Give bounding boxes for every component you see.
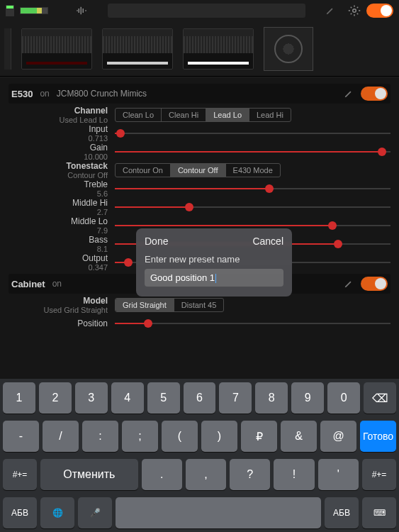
dialog-cancel[interactable]: Cancel bbox=[252, 235, 283, 247]
key[interactable]: & bbox=[281, 421, 317, 452]
amp-thumb-1[interactable] bbox=[21, 28, 92, 70]
key[interactable]: АБВ bbox=[325, 497, 359, 528]
key[interactable]: ) bbox=[201, 421, 237, 452]
key[interactable]: ₽ bbox=[241, 421, 277, 452]
pencil-icon[interactable] bbox=[325, 6, 335, 16]
key[interactable]: Отменить bbox=[40, 459, 138, 490]
preset-search[interactable] bbox=[108, 4, 305, 18]
key[interactable]: 0 bbox=[327, 382, 360, 414]
key[interactable]: 8 bbox=[255, 382, 288, 414]
key[interactable]: 🎤 bbox=[78, 497, 112, 528]
key[interactable]: . bbox=[142, 459, 182, 490]
cab-thumb[interactable] bbox=[264, 27, 313, 71]
level-meter-left bbox=[6, 5, 14, 16]
svg-point-0 bbox=[353, 9, 356, 13]
key[interactable]: 3 bbox=[75, 382, 108, 414]
key[interactable]: #+= bbox=[3, 459, 37, 490]
key[interactable]: 5 bbox=[147, 382, 180, 414]
key[interactable]: ; bbox=[122, 421, 158, 452]
dialog-prompt: Enter new preset name bbox=[145, 254, 283, 265]
key[interactable]: ⌨ bbox=[362, 497, 396, 528]
key[interactable]: 2 bbox=[39, 382, 72, 414]
key[interactable]: : bbox=[82, 421, 118, 452]
key[interactable]: 4 bbox=[111, 382, 144, 414]
key[interactable]: 🌐 bbox=[40, 497, 74, 528]
key[interactable]: / bbox=[43, 421, 79, 452]
key[interactable]: 9 bbox=[291, 382, 324, 414]
key[interactable]: Готово bbox=[360, 421, 396, 452]
key[interactable]: ' bbox=[318, 459, 359, 490]
preset-name-dialog: Done Cancel Enter new preset name Good p… bbox=[136, 228, 292, 297]
amp-thumb-3[interactable] bbox=[183, 28, 254, 70]
key[interactable]: 7 bbox=[219, 382, 252, 414]
key[interactable]: ? bbox=[230, 459, 270, 490]
topbar bbox=[0, 0, 399, 21]
key[interactable]: - bbox=[3, 421, 39, 452]
key[interactable]: ! bbox=[274, 459, 314, 490]
key[interactable]: АБВ bbox=[3, 497, 37, 528]
dialog-done[interactable]: Done bbox=[145, 235, 168, 247]
key[interactable]: 6 bbox=[184, 382, 216, 414]
gear-icon[interactable] bbox=[348, 4, 361, 17]
keyboard: 1234567890⌫ -/:;()₽&@Готово #+=Отменить.… bbox=[0, 379, 399, 532]
key[interactable]: , bbox=[186, 459, 226, 490]
key[interactable]: ⌫ bbox=[364, 382, 396, 414]
key[interactable]: #+= bbox=[362, 459, 396, 490]
key[interactable]: 1 bbox=[3, 382, 35, 414]
waveform-icon[interactable] bbox=[75, 4, 88, 17]
amp-strip bbox=[0, 21, 399, 77]
key[interactable]: @ bbox=[320, 421, 356, 452]
master-toggle[interactable] bbox=[366, 4, 393, 18]
preset-name-input[interactable]: Good position 1 bbox=[145, 269, 283, 287]
amp-thumb-2[interactable] bbox=[102, 28, 173, 70]
amp-slot-indicator bbox=[4, 28, 11, 70]
key[interactable] bbox=[116, 497, 321, 528]
level-meter bbox=[20, 7, 48, 14]
key[interactable]: ( bbox=[162, 421, 198, 452]
